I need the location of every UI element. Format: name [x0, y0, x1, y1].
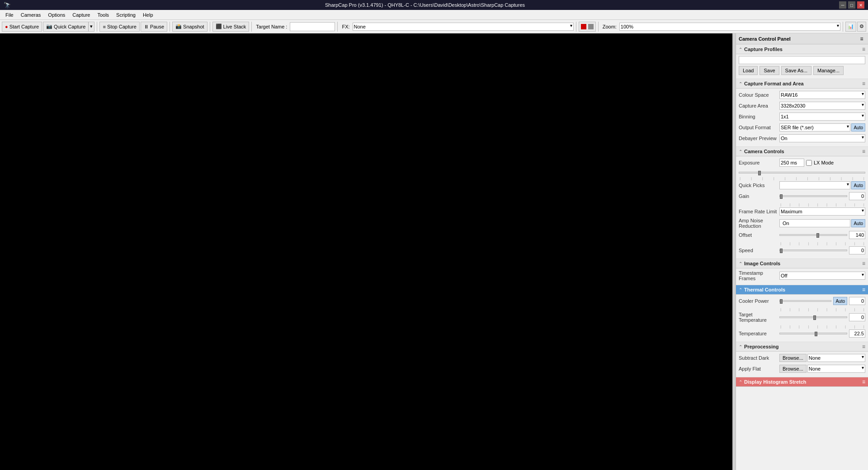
exposure-input[interactable] [779, 159, 804, 167]
apply-flat-browse-button[interactable]: Browse... [779, 365, 807, 373]
timestamp-select[interactable]: Off [779, 272, 865, 280]
temperature-value-input[interactable] [849, 329, 865, 338]
target-temp-value-input[interactable] [849, 313, 865, 321]
mid-scrollbar[interactable] [732, 33, 736, 470]
snapshot-label: Snapshot [183, 24, 204, 29]
preview-area[interactable] [0, 33, 732, 470]
format-menu-icon[interactable]: ≡ [862, 80, 865, 87]
menubar: File Cameras Options Capture Tools Scrip… [0, 10, 868, 20]
stop-capture-button[interactable]: ■ Stop Capture [99, 22, 139, 32]
section-image-controls[interactable]: ⌃ Image Controls ≡ [736, 258, 868, 268]
histogram-button[interactable]: 📊 [845, 22, 856, 32]
zoom-select[interactable]: 100% [619, 23, 840, 31]
lx-mode-label: LX Mode [814, 160, 834, 165]
sep3 [210, 22, 210, 32]
cooler-thumb[interactable] [780, 299, 783, 304]
binning-select[interactable]: 1x1 [779, 113, 865, 121]
minimize-button[interactable]: ─ [839, 1, 846, 9]
temp-thumb[interactable] [815, 332, 817, 336]
preview-column: ▶ [0, 33, 732, 470]
histogram-stretch-title: Display Histogram Stretch [744, 379, 807, 385]
section-preprocessing[interactable]: ⌃ Preprocessing ≡ [736, 342, 868, 352]
thermal-menu-icon[interactable]: ≡ [862, 287, 865, 293]
subtract-dark-browse-button[interactable]: Browse... [779, 354, 807, 362]
quick-capture-button[interactable]: 📷 Quick Capture [43, 22, 88, 32]
close-button[interactable]: ✕ [857, 1, 864, 9]
gain-thumb[interactable] [780, 194, 783, 199]
section-thermal-controls[interactable]: ⌃ Thermal Controls ≡ [736, 285, 868, 295]
load-button[interactable]: Load [739, 66, 758, 75]
menu-file[interactable]: File [2, 11, 17, 19]
sep6 [576, 22, 576, 32]
offset-value-input[interactable] [849, 231, 865, 239]
gear-icon: ⚙ [859, 24, 864, 29]
colour-space-select-wrap: RAW16 [779, 91, 865, 99]
output-format-auto-button[interactable]: Auto [851, 123, 865, 132]
panel-menu-button[interactable]: ≡ [858, 35, 865, 42]
offset-slider[interactable] [779, 231, 847, 239]
capture-area-select[interactable]: 3328x2030 [779, 102, 865, 110]
snapshot-button[interactable]: 📸 Snapshot [172, 22, 207, 32]
lx-mode-checkbox[interactable] [806, 160, 812, 166]
manage-button[interactable]: Manage... [813, 66, 844, 75]
color-mode-button[interactable] [579, 22, 596, 32]
gain-slider[interactable] [779, 193, 847, 200]
fx-select[interactable]: None [353, 23, 574, 31]
live-stack-button[interactable]: ⬛ Live Stack [212, 22, 250, 32]
quick-picks-select[interactable] [779, 181, 850, 189]
temp-track [779, 333, 847, 334]
target-temp-slider[interactable] [779, 314, 847, 321]
amp-noise-auto-button[interactable]: Auto [851, 219, 865, 227]
target-temp-thumb[interactable] [813, 315, 816, 320]
frame-rate-row: Frame Rate Limit Maximum [739, 207, 865, 216]
output-format-select[interactable]: SER file (*.ser) [779, 123, 850, 132]
restore-button[interactable]: □ [848, 1, 855, 9]
section-histogram-stretch[interactable]: ⌃ Display Histogram Stretch ≡ [736, 377, 868, 387]
temp-slider[interactable] [779, 330, 847, 337]
offset-thumb[interactable] [816, 233, 819, 238]
menu-tools[interactable]: Tools [94, 11, 113, 19]
cooler-slider[interactable] [779, 297, 831, 305]
section-camera-controls[interactable]: ⌃ Camera Controls ≡ [736, 146, 868, 156]
section-capture-format[interactable]: ⌃ Capture Format and Area ≡ [736, 79, 868, 89]
cooler-auto-button[interactable]: Auto [833, 297, 847, 305]
profile-name-input[interactable] [739, 56, 865, 64]
quick-picks-auto-button[interactable]: Auto [851, 181, 865, 189]
frame-rate-select[interactable]: Maximum [779, 207, 865, 216]
preproc-menu-icon[interactable]: ≡ [862, 343, 865, 350]
toolbar: ● Start Capture 📷 Quick Capture ▾ ■ Stop… [0, 20, 868, 33]
start-capture-button[interactable]: ● Start Capture [2, 22, 42, 32]
histogram-stretch-menu-icon[interactable]: ≡ [862, 379, 865, 385]
colour-space-select[interactable]: RAW16 [779, 91, 865, 99]
subtract-dark-select[interactable]: None [807, 354, 865, 362]
speed-thumb[interactable] [780, 249, 783, 253]
sep1 [97, 22, 97, 32]
exposure-row: Exposure LX Mode [739, 158, 865, 167]
exposure-slider[interactable] [739, 169, 865, 176]
menu-cameras[interactable]: Cameras [17, 11, 45, 19]
camera-ctrl-menu-icon[interactable]: ≡ [862, 148, 865, 155]
image-ctrl-menu-icon[interactable]: ≡ [862, 260, 865, 267]
pause-button[interactable]: ⏸ Pause [141, 22, 167, 32]
target-name-input[interactable] [290, 22, 335, 31]
menu-help[interactable]: Help [139, 11, 157, 19]
speed-value-input[interactable] [849, 246, 865, 254]
save-as-button[interactable]: Save As... [781, 66, 812, 75]
gain-value-input[interactable] [849, 192, 865, 200]
save-button[interactable]: Save [760, 66, 779, 75]
exposure-track [739, 172, 865, 174]
debayer-select[interactable]: On [779, 134, 865, 142]
profile-btn-row: Load Save Save As... Manage... [739, 66, 865, 75]
quick-capture-dropdown[interactable]: ▾ [88, 22, 94, 32]
apply-flat-select[interactable]: None [807, 365, 865, 373]
menu-capture[interactable]: Capture [69, 11, 94, 19]
speed-slider[interactable] [779, 247, 847, 254]
menu-options[interactable]: Options [44, 11, 69, 19]
section-capture-profiles[interactable]: ⌃ Capture Profiles ≡ [736, 44, 868, 54]
settings-button[interactable]: ⚙ [857, 22, 866, 32]
profiles-menu-icon[interactable]: ≡ [862, 46, 865, 52]
cooler-value-input[interactable] [849, 297, 865, 305]
menu-scripting[interactable]: Scripting [113, 11, 139, 19]
exposure-thumb[interactable] [758, 171, 761, 175]
temp-slider-group [779, 329, 865, 338]
